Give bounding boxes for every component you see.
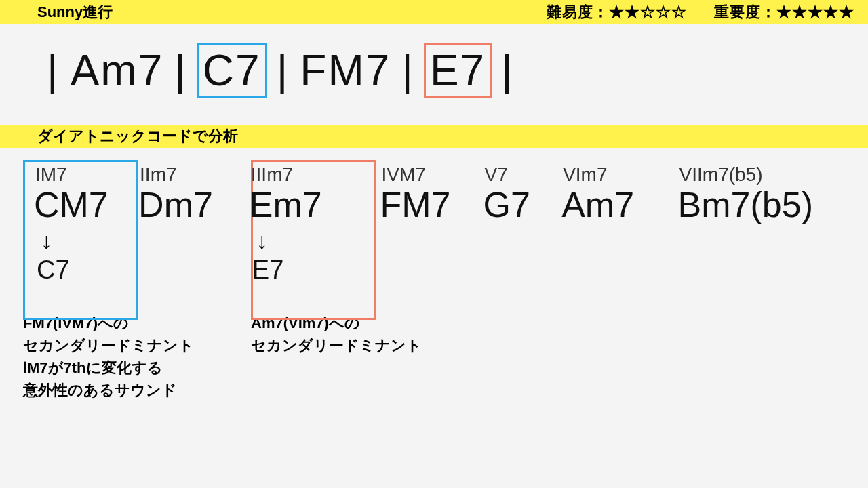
chord-name: CM7 [27,186,132,224]
roman-numeral: IIm7 [132,164,243,186]
bar-separator: | [492,45,524,96]
section-title: ダイアトニックコードで分析 [37,126,238,146]
chord-4-boxed: E7 [424,43,492,98]
roman-numeral: V7 [477,164,555,186]
roman-numeral: VIIm7(b5) [671,164,841,186]
difficulty: 難易度：★★☆☆☆ [547,2,687,22]
chord-1: Am7 [69,45,165,96]
arrow-down-icon: ↓ [27,228,132,253]
section-bar: ダイアトニックコードで分析 [0,125,868,148]
note-blue: FM7(IVM7)へのセカンダリードミナントⅠM7が7thに変化する意外性のある… [23,312,251,401]
header-bar: Sunny進行 難易度：★★☆☆☆ 重要度：★★★★★ [0,0,868,24]
bar-separator: | [392,45,424,96]
note-red: Am7(VIm7)へのセカンダリードミナント [251,312,481,401]
diatonic-col-3: IIIm7 Em7 ↓ E7 [243,164,374,285]
roman-numeral: IIIm7 [243,164,374,186]
diatonic-col-7: VIIm7(b5) Bm7(b5) [671,164,841,285]
diatonic-analysis: IM7 CM7 ↓ C7 IIm7 Dm7 IIIm7 Em7 ↓ E7 IVM… [0,148,868,291]
bar-separator: | [267,45,299,96]
chord-progression: | Am7 | C7 | FM7 | E7 | [0,24,868,125]
chord-name: Em7 [243,186,374,224]
roman-numeral: VIm7 [555,164,671,186]
roman-numeral: IVM7 [373,164,476,186]
roman-numeral: IM7 [27,164,132,186]
chord-2-boxed: C7 [197,43,267,98]
diatonic-col-4: IVM7 FM7 [373,164,476,285]
chord-name: FM7 [373,186,476,224]
arrow-down-icon: ↓ [243,228,374,253]
diatonic-col-2: IIm7 Dm7 [132,164,243,285]
substitute-chord: E7 [243,256,374,285]
bar-separator: | [165,45,197,96]
bar-separator: | [37,45,69,96]
diatonic-col-5: V7 G7 [477,164,555,285]
chord-name: G7 [477,186,555,224]
diatonic-col-1: IM7 CM7 ↓ C7 [27,164,132,285]
chord-3: FM7 [298,45,392,96]
chord-name: Dm7 [132,186,243,224]
importance: 重要度：★★★★★ [714,2,854,22]
page-title: Sunny進行 [37,2,547,22]
chord-name: Am7 [555,186,671,224]
substitute-chord: C7 [27,256,132,285]
chord-name: Bm7(b5) [671,186,841,224]
diatonic-col-6: VIm7 Am7 [555,164,671,285]
